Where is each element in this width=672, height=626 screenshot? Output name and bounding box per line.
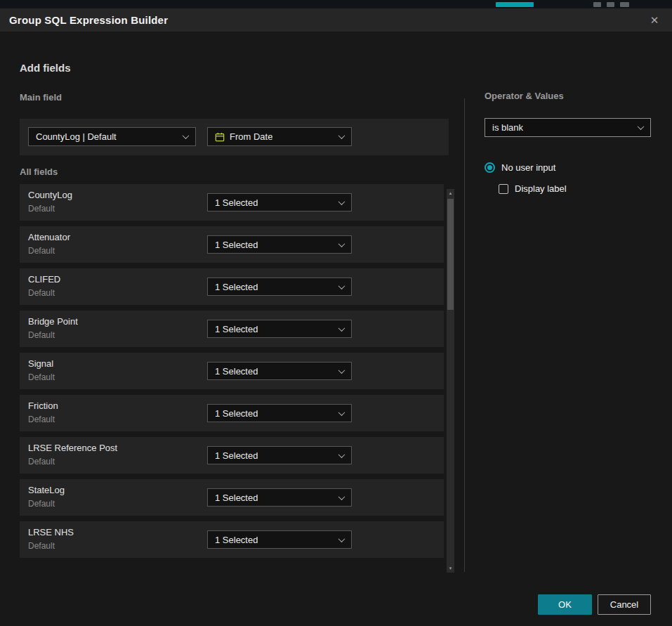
chevron-down-icon xyxy=(338,198,345,205)
scrollbar-thumb[interactable] xyxy=(447,199,454,310)
field-sublabel: Default xyxy=(28,288,55,298)
field-sublabel: Default xyxy=(28,372,55,382)
field-sublabel: Default xyxy=(28,541,55,551)
operator-dropdown-value: is blank xyxy=(492,122,523,133)
calendar-icon xyxy=(215,132,225,142)
field-name: LRSE Reference Post xyxy=(28,443,117,453)
display-label-checkbox[interactable]: Display label xyxy=(499,183,567,194)
background-artifact xyxy=(593,2,601,7)
chevron-down-icon xyxy=(338,409,345,416)
display-label-text: Display label xyxy=(515,183,567,194)
background-artifact xyxy=(607,2,614,7)
field-name: StateLog xyxy=(28,485,65,495)
field-row: Attenuator Default 1 Selected xyxy=(20,226,444,263)
no-user-input-label: No user input xyxy=(501,162,555,173)
chevron-down-icon xyxy=(183,132,190,139)
field-sublabel: Default xyxy=(28,457,55,467)
field-name: LRSE NHS xyxy=(28,527,74,537)
operator-dropdown[interactable]: is blank xyxy=(485,118,651,137)
field-name: Signal xyxy=(28,358,53,369)
scrollbar[interactable]: ▲ ▼ xyxy=(447,189,454,573)
chevron-down-icon xyxy=(338,282,345,289)
dialog-header: Group SQL Expression Builder xyxy=(0,8,672,32)
field-name: Friction xyxy=(28,400,58,411)
dialog-title: Group SQL Expression Builder xyxy=(0,14,168,26)
field-row: CountyLog Default 1 Selected xyxy=(20,184,444,221)
field-selection-dropdown[interactable]: 1 Selected xyxy=(207,530,352,549)
field-sublabel: Default xyxy=(28,246,55,256)
field-selection-dropdown[interactable]: 1 Selected xyxy=(207,362,352,380)
group-sql-expression-builder-dialog: Group SQL Expression Builder ✕ Add field… xyxy=(0,8,672,626)
chevron-down-icon xyxy=(338,535,345,542)
field-selection-dropdown[interactable]: 1 Selected xyxy=(207,235,352,254)
field-name: Bridge Point xyxy=(28,316,78,327)
layer-dropdown-value: CountyLog | Default xyxy=(36,131,117,142)
field-row: CLIFED Default 1 Selected xyxy=(20,268,444,305)
checkbox-unchecked-icon xyxy=(499,184,508,194)
field-row: StateLog Default 1 Selected xyxy=(20,479,444,516)
close-icon[interactable]: ✕ xyxy=(647,13,662,28)
chevron-down-icon xyxy=(338,132,345,139)
background-artifact xyxy=(620,2,629,7)
field-sublabel: Default xyxy=(28,204,55,214)
field-selection-dropdown[interactable]: 1 Selected xyxy=(207,446,352,464)
field-selection-dropdown[interactable]: 1 Selected xyxy=(207,404,352,422)
field-name: CLIFED xyxy=(28,274,60,285)
vertical-divider xyxy=(464,98,465,572)
field-sublabel: Default xyxy=(28,499,55,509)
main-field-dropdown-value: From Date xyxy=(230,131,272,142)
chevron-down-icon xyxy=(338,451,345,458)
field-sublabel: Default xyxy=(28,415,55,424)
field-row: Friction Default 1 Selected xyxy=(20,395,444,431)
field-row: Signal Default 1 Selected xyxy=(20,353,444,389)
main-field-dropdown[interactable]: From Date xyxy=(207,127,352,146)
chevron-down-icon xyxy=(338,367,345,374)
radio-selected-icon xyxy=(485,162,495,173)
chevron-down-icon xyxy=(338,325,345,332)
all-fields-label: All fields xyxy=(20,167,58,177)
cancel-button[interactable]: Cancel xyxy=(598,594,651,615)
chevron-down-icon xyxy=(338,240,345,247)
layer-dropdown[interactable]: CountyLog | Default xyxy=(28,127,196,146)
chevron-down-icon xyxy=(638,123,645,130)
field-sublabel: Default xyxy=(28,330,55,340)
operator-values-label: Operator & Values xyxy=(485,91,564,101)
field-selection-dropdown[interactable]: 1 Selected xyxy=(207,278,352,296)
main-field-label: Main field xyxy=(20,92,62,103)
field-selection-dropdown[interactable]: 1 Selected xyxy=(207,320,352,338)
field-row: LRSE NHS Default 1 Selected xyxy=(20,521,444,558)
scroll-up-icon[interactable]: ▲ xyxy=(447,189,454,197)
field-row: LRSE Reference Post Default 1 Selected xyxy=(20,437,444,474)
field-row: Bridge Point Default 1 Selected xyxy=(20,311,444,347)
background-artifact xyxy=(496,2,534,7)
field-name: Attenuator xyxy=(28,232,70,242)
scroll-down-icon[interactable]: ▼ xyxy=(447,564,454,573)
field-selection-dropdown[interactable]: 1 Selected xyxy=(207,488,352,507)
ok-button[interactable]: OK xyxy=(538,594,592,615)
no-user-input-radio[interactable]: No user input xyxy=(485,162,555,173)
backdrop-strip xyxy=(0,0,672,8)
add-fields-heading: Add fields xyxy=(20,62,71,74)
field-selection-dropdown[interactable]: 1 Selected xyxy=(207,193,352,211)
field-name: CountyLog xyxy=(28,190,72,200)
chevron-down-icon xyxy=(338,493,345,500)
